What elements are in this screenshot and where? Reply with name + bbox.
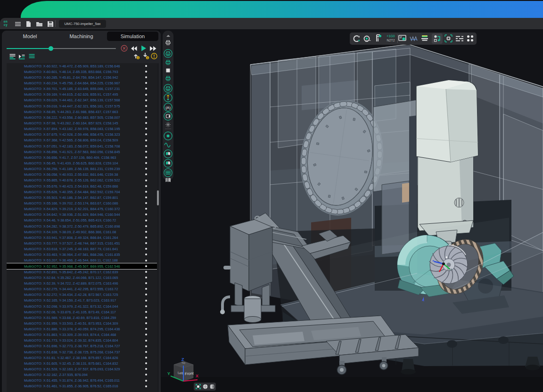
svg-text:X: X bbox=[196, 374, 198, 378]
svg-text:Y: Y bbox=[167, 371, 170, 376]
svg-text:0: 0 bbox=[137, 57, 139, 59]
svg-text:Z: Z bbox=[181, 357, 184, 362]
svg-text:Front: Front bbox=[185, 371, 194, 376]
svg-text:G54: G54 bbox=[447, 268, 452, 271]
svg-text:(A): (A) bbox=[165, 106, 171, 110]
svg-text:0: 0 bbox=[147, 57, 148, 59]
